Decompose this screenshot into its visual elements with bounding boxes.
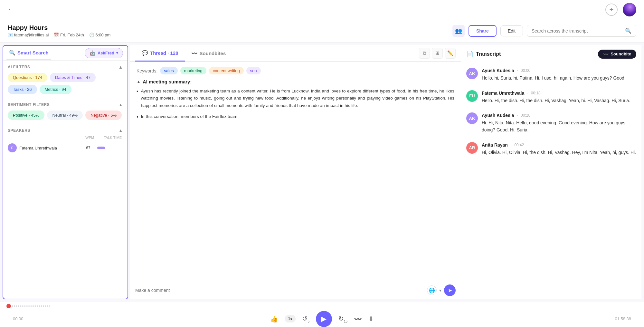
summary-text-2: In this conversation, members of the Fai…	[141, 113, 237, 120]
send-button[interactable]: ➤	[444, 284, 456, 296]
summary-text-1: Ayush has recently joined the marketing …	[141, 88, 454, 109]
waveform-icon: 〰️	[191, 50, 198, 56]
bullet-1: •	[137, 89, 138, 109]
avatar: AK	[466, 68, 478, 79]
speaker-wpm: 67	[82, 146, 95, 150]
speaker-name: Ayush Kudesia	[482, 113, 514, 118]
sentiment-filters-header[interactable]: SENTIMENT FILTERS ▲	[8, 102, 123, 107]
transcript-search[interactable]: 🔍	[527, 25, 636, 37]
speaker-name: Fatema Umrethwala	[482, 91, 524, 96]
speaker-bar-wrap	[97, 147, 123, 149]
thread-tab[interactable]: 💬 Thread · 128	[135, 45, 185, 62]
left-panel: 🔍 Smart Search 🤖 AskFred ▾ AI FILTERS ▲ …	[3, 45, 128, 299]
edit-button[interactable]: Edit	[500, 25, 523, 36]
timestamp: 00:42	[514, 143, 524, 147]
speaker-bar	[97, 147, 105, 149]
people-icon[interactable]: 👥	[452, 25, 465, 37]
chevron-down-button[interactable]: ▾	[439, 288, 441, 293]
keyword-seo[interactable]: seo	[246, 67, 261, 74]
share-button[interactable]: Share	[469, 25, 497, 37]
transcript-icon: 📄	[466, 51, 473, 58]
copy-icon-button[interactable]: ⧉	[419, 48, 430, 59]
speaker-row: F Fatema Umrethwala 67	[8, 141, 123, 154]
transcript-text: Hi. Hi, Nita. Nita. Hello, good evening.…	[482, 120, 636, 133]
globe-button[interactable]: 🌐	[427, 285, 437, 295]
mid-panel: 💬 Thread · 128 〰️ Soundbites ⧉ ⊞ ✏️ Keyw…	[130, 45, 461, 299]
playhead-dot	[6, 304, 11, 308]
layers-icon-button[interactable]: ⊞	[432, 48, 443, 59]
transcript-entry: FU Fatema Umrethwala · 00:18 Hello. Hi, …	[466, 90, 636, 104]
thread-icon: 💬	[142, 50, 148, 56]
soundbite-button[interactable]: 〰️ Soundbite	[598, 50, 636, 59]
right-panel: 📄 Transcript 〰️ Soundbite AK Ayush Kudes…	[461, 45, 641, 299]
play-button[interactable]: ▶	[316, 311, 332, 327]
time-info: 🕐 6:00 pm	[89, 33, 111, 37]
askfred-button[interactable]: 🤖 AskFred ▾	[85, 48, 123, 58]
transcript-entry: AK Ayush Kudesia · 00:00 Hello, hi, Suri…	[466, 68, 636, 82]
avatar: AK	[466, 112, 478, 124]
avatar[interactable]	[623, 3, 636, 16]
timestamp: 00:00	[521, 68, 530, 73]
transcript-text: Hello, hi, Suria, hi, Patina. Hi, I use,…	[482, 75, 636, 82]
speakers-header[interactable]: SPEAKERS ▲	[8, 128, 123, 133]
waveform-button[interactable]: 〰️	[354, 315, 362, 323]
summary-title: AI meeting summary:	[143, 79, 192, 84]
speed-button[interactable]: 1x	[285, 315, 296, 322]
avatar: FU	[466, 90, 478, 102]
waveform-timeline[interactable]	[0, 303, 644, 310]
talk-time-col-header: TALK TIME	[104, 136, 122, 139]
avatar: AR	[466, 142, 478, 154]
email-info: 📧 fatema@fireflies.ai	[8, 33, 49, 37]
search-icon: 🔍	[9, 50, 15, 56]
timestamp: 00:28	[521, 113, 530, 118]
keywords-label: Keywords:	[137, 68, 157, 73]
speaker-name: Ayush Kudesia	[482, 68, 514, 73]
back-button[interactable]: ←	[8, 6, 14, 13]
speaker-name: Anita Rayan	[482, 142, 508, 148]
time-start: 00:00	[13, 316, 24, 321]
collapse-sentiment-icon: ▲	[118, 102, 123, 107]
smart-search-tab[interactable]: 🔍 Smart Search	[6, 46, 51, 60]
edit-icon-button[interactable]: ✏️	[445, 48, 456, 59]
forward-button[interactable]: ↻15	[338, 315, 347, 323]
neutral-filter[interactable]: Neutral · 49%	[47, 111, 83, 120]
thumb-up-button[interactable]: 👍	[270, 315, 278, 323]
transcript-label: 📄 Transcript	[466, 51, 501, 58]
ai-filters-header[interactable]: AI FILTERS ▲	[8, 64, 123, 70]
search-input[interactable]	[532, 28, 625, 34]
collapse-speakers-icon: ▲	[118, 128, 123, 133]
speaker-avatar: F	[8, 143, 17, 152]
chevron-down-icon: ▾	[116, 51, 118, 55]
keyword-marketing[interactable]: marketing	[180, 67, 206, 74]
comment-input[interactable]	[135, 288, 424, 293]
positive-filter[interactable]: Positive · 45%	[8, 111, 44, 120]
keyword-sales[interactable]: sales	[160, 67, 177, 74]
speaker-name: Fatema Umrethwala	[19, 146, 79, 150]
robot-icon: 🤖	[90, 50, 96, 56]
negative-filter[interactable]: Negative · 6%	[85, 111, 122, 120]
waveform-icon: 〰️	[603, 52, 609, 57]
dates-times-filter[interactable]: Dates & Times · 47	[50, 73, 96, 82]
collapse-icon: ▲	[118, 64, 123, 70]
soundbites-tab[interactable]: 〰️ Soundbites	[185, 46, 232, 61]
transcript-text: Hello. Hi, the dish. Hi, the dish. Hi, V…	[482, 97, 636, 104]
wpm-col-header: WPM	[85, 136, 94, 139]
date-info: 📅 Fri, Feb 24th	[54, 33, 84, 37]
dot-separator: ·	[517, 112, 518, 118]
dot-separator: ·	[527, 90, 528, 96]
collapse-summary-icon[interactable]: ▲	[137, 79, 141, 84]
add-button[interactable]: +	[605, 4, 618, 16]
tasks-filter[interactable]: Tasks · 26	[8, 85, 37, 94]
download-button[interactable]: ⬇	[368, 315, 374, 323]
transcript-text: Hi, Olivia. Hi, Olivia. Hi, the dish. Hi…	[482, 149, 636, 156]
summary-section: ▲ AI meeting summary: • Ayush has recent…	[137, 79, 454, 120]
bullet-2: •	[137, 114, 138, 120]
keyword-content-writing[interactable]: content writing	[209, 67, 244, 74]
rewind-button[interactable]: ↺5	[302, 315, 309, 323]
questions-filter[interactable]: Questions · 174	[8, 73, 47, 82]
timestamp: 00:18	[531, 91, 541, 95]
bottom-bar: 00:00 👍 1x ↺5 ▶ ↻15 〰️ ⬇ 01:58:38	[0, 302, 644, 327]
metrics-filter[interactable]: Metrics · 94	[40, 85, 71, 94]
page-title: Happy Hours	[8, 24, 452, 32]
transcript-entry: AR Anita Rayan · 00:42 Hi, Olivia. Hi, O…	[466, 142, 636, 156]
